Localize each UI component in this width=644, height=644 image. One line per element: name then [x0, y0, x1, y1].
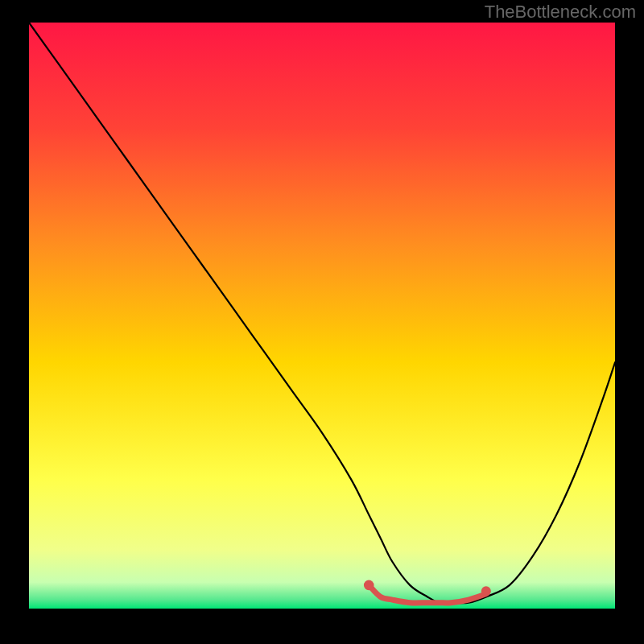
- watermark-text: TheBottleneck.com: [485, 2, 636, 23]
- gradient-background: [29, 23, 615, 609]
- highlight-point: [481, 586, 491, 596]
- plot-area: [29, 23, 615, 609]
- chart-svg: [29, 23, 615, 609]
- chart-container: TheBottleneck.com: [0, 0, 644, 644]
- highlight-cap-left: [364, 580, 374, 591]
